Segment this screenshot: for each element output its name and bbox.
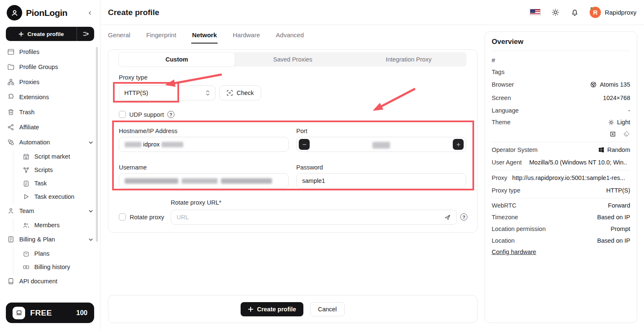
- sidebar-collapse-icon[interactable]: [85, 10, 95, 16]
- rotate-proxy-checkbox[interactable]: [119, 213, 126, 221]
- app-name: PionLogin: [26, 8, 81, 18]
- redacted-text: [182, 178, 218, 184]
- account-menu[interactable]: R Rapidproxy: [590, 7, 636, 18]
- sidebar-item-profile-groups[interactable]: Profile Groups: [0, 59, 100, 74]
- language-flag-icon[interactable]: [530, 9, 541, 16]
- port-increment-button[interactable]: [453, 139, 464, 150]
- sidebar-item-proxies[interactable]: Proxies: [0, 74, 100, 90]
- tab-general[interactable]: General: [107, 25, 131, 44]
- redacted-text: [221, 178, 272, 184]
- device-icon: [13, 307, 25, 319]
- tab-advanced[interactable]: Advanced: [275, 25, 305, 44]
- share-nodes-icon: [7, 123, 15, 131]
- account-avatar: R: [590, 7, 601, 18]
- person-icon: [7, 207, 15, 215]
- sidebar-item-profiles[interactable]: Profiles: [0, 44, 100, 59]
- sidebar-item-billing-history[interactable]: Billing history: [13, 260, 100, 274]
- divider: [492, 170, 630, 170]
- sidebar-item-billing-plan[interactable]: Billing & Plan: [0, 232, 100, 247]
- sidebar-item-scripts[interactable]: Scripts: [13, 163, 100, 177]
- rotate-url-input[interactable]: [177, 214, 442, 221]
- hostname-label: Hostname/IP Address: [119, 128, 177, 134]
- overview-row-location: Location Based on IP: [492, 235, 630, 246]
- team-subgroup: Members: [13, 218, 100, 232]
- network-icon: [7, 78, 15, 86]
- browser-chrome-icon: [590, 81, 597, 88]
- plan-badge[interactable]: FREE 100: [6, 303, 94, 323]
- proxy-type-label: Proxy type: [119, 74, 148, 81]
- tab-network[interactable]: Network: [191, 25, 218, 44]
- redacted-text: [125, 178, 178, 184]
- tab-hardware[interactable]: Hardware: [232, 25, 261, 44]
- password-input[interactable]: [302, 177, 460, 184]
- sidebar-nav: Profiles Profile Groups Proxies Extensio…: [0, 44, 100, 289]
- create-profile-button[interactable]: Create profile: [6, 27, 77, 41]
- username-input[interactable]: [119, 173, 289, 188]
- sidebar-item-plans[interactable]: Plans: [13, 247, 100, 260]
- segment-custom[interactable]: Custom: [119, 52, 235, 67]
- logo-row: PionLogin: [0, 0, 100, 24]
- overview-row-browser: Browser Atomis 135: [492, 78, 630, 91]
- port-decrement-button[interactable]: [299, 139, 310, 150]
- udp-checkbox[interactable]: [119, 111, 126, 118]
- book-icon: [7, 277, 15, 285]
- divider: [492, 142, 630, 142]
- password-label: Password: [296, 164, 323, 171]
- sidebar-item-api-document[interactable]: API document: [0, 274, 100, 289]
- plan-count: 100: [76, 309, 87, 317]
- sidebar-item-trash[interactable]: Trash: [0, 105, 100, 120]
- hostname-visible-text: idprox: [143, 141, 160, 148]
- play-icon: [22, 193, 30, 200]
- overview-row-os: Operator System Random: [492, 144, 630, 156]
- sidebar-item-script-market[interactable]: Script market: [13, 150, 100, 163]
- notifications-bell-icon[interactable]: [570, 8, 579, 17]
- window-icon: [7, 48, 15, 56]
- hostname-input[interactable]: idprox: [119, 137, 289, 152]
- send-icon[interactable]: [444, 214, 451, 221]
- folder-icon: [7, 63, 15, 71]
- overview-quick-actions: [492, 128, 630, 141]
- cancel-button[interactable]: Cancel: [310, 302, 345, 316]
- plus-icon: [456, 142, 461, 147]
- create-profile-split-button: Create profile: [6, 27, 94, 41]
- segment-saved-proxies[interactable]: Saved Proxies: [235, 52, 351, 67]
- segment-integration-proxy[interactable]: Integration Proxy: [351, 52, 467, 67]
- sidebar-scrollbar[interactable]: [96, 47, 98, 242]
- chevron-down-icon[interactable]: [88, 208, 93, 213]
- scan-heart-icon: [226, 90, 233, 96]
- sidebar-item-affiliate[interactable]: Affiliate: [0, 120, 100, 135]
- check-proxy-button[interactable]: Check: [219, 85, 261, 100]
- save-archive-icon[interactable]: [609, 131, 616, 138]
- config-hardware-link[interactable]: Config hardware: [492, 249, 536, 255]
- chevron-down-icon[interactable]: [88, 237, 93, 242]
- overview-row-timezone: Timezone Based on IP: [492, 211, 630, 223]
- tab-fingerprint[interactable]: Fingerprint: [145, 25, 177, 44]
- sidebar-item-automation[interactable]: Automation: [0, 135, 100, 150]
- redacted-port-value: [372, 142, 390, 149]
- eraser-icon[interactable]: [623, 131, 630, 138]
- proxy-type-select[interactable]: HTTP(S): [119, 85, 216, 100]
- sidebar-item-task-execution[interactable]: Task execution: [13, 190, 100, 203]
- sidebar-item-task[interactable]: Task: [13, 177, 100, 190]
- port-label: Port: [296, 128, 308, 134]
- udp-label: UDP support: [129, 111, 164, 118]
- udp-help-icon[interactable]: ?: [167, 111, 174, 118]
- username-label: Username: [119, 164, 147, 171]
- banknote-icon: [22, 263, 30, 271]
- submit-create-profile-button[interactable]: Create profile: [241, 302, 303, 316]
- theme-sun-icon[interactable]: [551, 8, 560, 17]
- page-title: Create profile: [108, 8, 159, 17]
- overview-row-tags: Tags: [492, 66, 630, 78]
- rotate-url-help-icon[interactable]: ?: [460, 213, 467, 221]
- quick-create-button[interactable]: [77, 27, 94, 41]
- overview-row-user-agent: User Agent Mozilla/5.0 (Windows NT 10.0;…: [492, 156, 630, 169]
- overview-row-theme: Theme Light: [492, 116, 630, 128]
- trash-icon: [7, 108, 15, 116]
- overview-row-proxy: Proxy http://us.rapidproxy.io:5001:sampl…: [492, 172, 630, 184]
- plus-icon: [248, 306, 254, 312]
- sidebar-item-extensions[interactable]: Extensions: [0, 90, 100, 105]
- chevron-down-icon[interactable]: [88, 140, 93, 145]
- sidebar-item-members[interactable]: Members: [13, 218, 100, 232]
- rotate-url-input-wrap: [171, 210, 457, 225]
- sidebar-item-team[interactable]: Team: [0, 203, 100, 218]
